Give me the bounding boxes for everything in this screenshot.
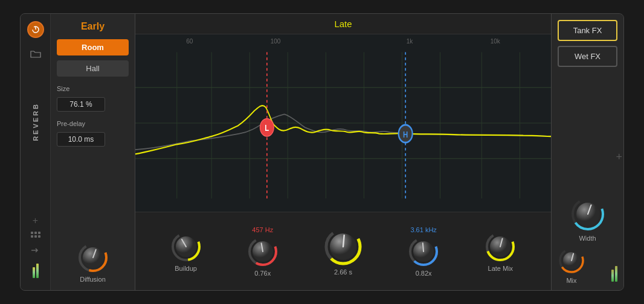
early-panel: Early Room Hall Size 76.1 % Pre-delay 10… [51,14,135,290]
width-section: Width [570,196,606,242]
svg-rect-6 [34,235,37,238]
hall-button[interactable]: Hall [57,60,129,77]
late-title: Late [334,19,352,29]
knobs-row: Buildup 457 Hz 0.76x [135,212,551,290]
svg-rect-7 [38,235,40,238]
sidebar-bottom: + [31,215,40,278]
low-freq-value: 457 Hz [252,226,273,233]
grid-button[interactable] [31,231,40,241]
sidebar-left: REVERB + [21,14,51,290]
diffusion-label: Diffusion [80,276,106,283]
lowfreq-label: 0.76x [254,270,271,277]
high-freq-value: 3.61 kHz [410,226,436,233]
early-title: Early [57,21,129,32]
left-meter [33,260,39,278]
add-button[interactable]: + [33,215,38,226]
decay-knob[interactable] [324,227,362,266]
svg-rect-3 [34,232,37,234]
svg-rect-4 [38,232,40,234]
late-header: Late [135,14,551,34]
right-meter [611,264,617,282]
mix-section: Mix [558,247,585,284]
buildup-group: Buildup [170,231,202,272]
latemix-knob[interactable] [485,231,516,262]
decay-label: 2.66 s [334,268,352,276]
plugin-container: REVERB + [20,13,624,291]
svg-text:H: H [403,129,408,139]
folder-button[interactable] [27,45,44,62]
predelay-label: Pre-delay [57,120,129,127]
size-value[interactable]: 76.1 % [57,97,105,112]
size-label: Size [57,85,129,92]
right-panel: Tank FX Wet FX + Width [551,14,623,290]
eq-curve: L H [135,34,551,212]
lowfreq-knob[interactable] [247,236,279,267]
diffusion-section: Diffusion [57,242,129,283]
svg-text:L: L [265,123,269,133]
width-knob[interactable] [570,196,606,232]
reverb-label: REVERB [32,103,39,141]
tank-fx-button[interactable]: Tank FX [558,20,617,41]
svg-rect-5 [31,235,33,238]
lowfreq-group: 457 Hz 0.76x [247,226,279,277]
svg-line-46 [423,243,423,252]
eq-display: 60 100 1k 10k [135,34,551,212]
predelay-value[interactable]: 10.0 ms [57,132,105,147]
highfreq-label: 0.82x [416,270,432,277]
arrow-button[interactable] [31,245,40,255]
main-area: Late 60 100 1k 10k [135,14,551,290]
svg-line-42 [343,235,344,247]
right-plus-icon[interactable]: + [616,151,622,163]
mix-knob[interactable] [558,247,585,274]
decay-group: 2.66 s [324,227,362,276]
latemix-group: Late Mix [485,231,516,272]
buildup-label: Buildup [175,265,197,272]
diffusion-knob[interactable] [77,242,109,273]
buildup-knob[interactable] [170,231,202,262]
wet-fx-button[interactable]: Wet FX [558,46,617,67]
highfreq-knob[interactable] [408,236,439,267]
power-button[interactable] [27,21,44,38]
width-label: Width [579,235,596,242]
mix-label: Mix [566,277,576,284]
latemix-label: Late Mix [488,265,514,272]
highfreq-group: 3.61 kHz 0.82x [408,226,439,277]
svg-rect-2 [31,232,33,234]
room-button[interactable]: Room [57,39,129,55]
